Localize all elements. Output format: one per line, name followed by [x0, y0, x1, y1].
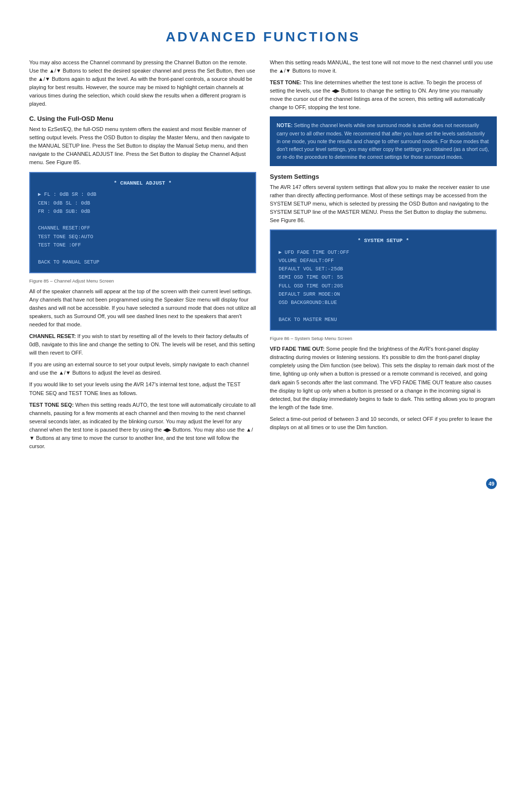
system-line9: BACK TO MASTER MENU [279, 316, 488, 324]
left-column: You may also access the Channel command … [29, 58, 256, 454]
channel-adjust-title: * CHANNEL ADJUST * [38, 179, 247, 188]
intro-paragraph: You may also access the Channel command … [29, 58, 256, 108]
test-tone-text: This line determines whether the test to… [270, 79, 485, 110]
system-line2: VOLUME DEFAULT:OFF [279, 257, 488, 265]
note-text: Setting the channel levels while one sur… [277, 122, 489, 160]
channel-adjust-screen: * CHANNEL ADJUST * ▶ FL : 0dB SR : 0dB C… [29, 172, 256, 274]
system-settings-text1: The AVR 147 offers several system settin… [270, 183, 497, 225]
channel-line5: CHANNEL RESET:OFF [38, 224, 247, 232]
vfd-paragraph: VFD FADE TIME OUT: Some people find the … [270, 345, 497, 411]
channel-reset-paragraph: CHANNEL RESET: If you wish to start by r… [29, 332, 256, 357]
system-line8 [279, 307, 488, 316]
system-line1: ▶ UFD FADE TIME OUT:OFF [279, 248, 488, 257]
note-title: NOTE: [277, 122, 293, 128]
test-tone-seq-paragraph: TEST TONE SEQ: When this setting reads A… [29, 401, 256, 451]
test-tone-seq-text: When this setting reads AUTO, the test t… [29, 402, 256, 449]
channel-line7: TEST TONE :OFF [38, 241, 247, 249]
section-c-text2: All of the speaker channels will appear … [29, 287, 256, 329]
test-tone-paragraph: TEST TONE: This line determines whether … [270, 78, 497, 112]
system-line7: OSD BACKGROUND:BLUE [279, 299, 488, 307]
channel-line1: ▶ FL : 0dB SR : 0dB [38, 190, 247, 199]
section-c-text1: Next to EzSet/EQ, the full-OSD menu syst… [29, 125, 256, 167]
right-column: When this setting reads MANUAL, the test… [270, 58, 497, 454]
channel-line6: TEST TONE SEQ:AUTO [38, 233, 247, 241]
system-line5: FULL OSD TIME OUT:20S [279, 282, 488, 290]
test-tone-term: TEST TONE: [270, 79, 301, 85]
channel-line4 [38, 216, 247, 224]
system-setup-title: * SYSTEM SETUP * [279, 236, 488, 245]
figure2-caption: Figure 86 – System Setup Menu Screen [270, 336, 497, 341]
vfd-text: Some people find the brightness of the A… [270, 346, 495, 410]
page-title: ADVANCED FUNCTIONS [29, 29, 497, 45]
channel-line8 [38, 249, 247, 258]
system-settings-heading: System Settings [270, 173, 497, 180]
channel-reset-term: CHANNEL RESET: [29, 333, 76, 339]
system-line6: DEFAULT SURR MODE:ON [279, 290, 488, 299]
system-settings-text2: Select a time-out period of between 3 an… [270, 415, 497, 432]
channel-line3: FR : 0dB SUB: 0dB [38, 208, 247, 216]
figure1-caption: Figure 85 – Channel Adjust Menu Screen [29, 278, 256, 283]
system-line4: SEMI OSD TIME OUT: 5S [279, 273, 488, 282]
manual-text: When this setting reads MANUAL, the test… [270, 58, 497, 75]
section-c-heading: C. Using the Full-OSD Menu [29, 115, 256, 122]
system-line3: DEFAULT VOL SET:-25dB [279, 265, 488, 273]
page-number: 49 [486, 478, 497, 489]
channel-line9: BACK TO MANUAL SETUP [38, 258, 247, 266]
section-c-text4: If you would like to set your levels usi… [29, 380, 256, 397]
system-setup-screen: * SYSTEM SETUP * ▶ UFD FADE TIME OUT:OFF… [270, 229, 497, 331]
vfd-term: VFD FADE TIME OUT: [270, 346, 324, 352]
note-box: NOTE: Setting the channel levels while o… [270, 116, 497, 166]
section-c-text3: If you are using an external source to s… [29, 360, 256, 377]
test-tone-seq-term: TEST TONE SEQ: [29, 402, 74, 408]
channel-line2: CEN: 0dB SL : 0dB [38, 199, 247, 208]
